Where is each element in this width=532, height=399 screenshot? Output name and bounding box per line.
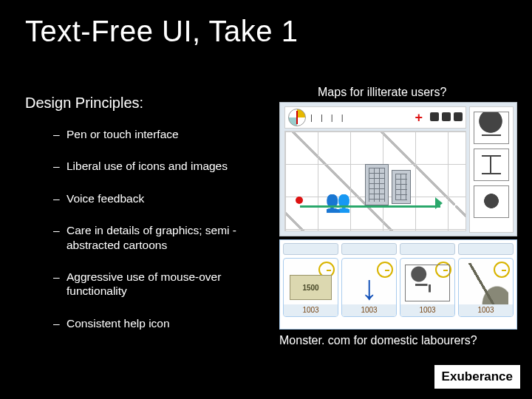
figure-map-ui: | | | | + 👥 (279, 102, 517, 236)
building-icon (365, 164, 389, 205)
grid-cell-broom: 1003 (458, 258, 514, 317)
price-label: 1003 (400, 304, 454, 316)
footer-tag: Exuberance (434, 365, 520, 389)
sidepanel-sketch (474, 185, 509, 218)
grid-body-row: 1003 ↓ 1003 1003 1003 (283, 258, 514, 317)
grid-header-cell (283, 243, 338, 255)
figure-jobs-grid: 1003 ↓ 1003 1003 1003 (279, 239, 517, 330)
sidepanel-sketch (474, 112, 509, 144)
bullet-item: Pen or touch interface (53, 127, 275, 141)
grid-header-cell (341, 243, 397, 255)
bullet-item: Care in details of graphics; semi -abstr… (53, 223, 275, 252)
grid-cell-task: 1003 (400, 258, 455, 317)
clock-icon (377, 262, 393, 278)
subheading: Design Principles: (25, 95, 143, 112)
banknote-icon (290, 275, 332, 300)
down-arrow-icon: ↓ (361, 270, 378, 304)
figure-caption-top: Maps for illiterate users? (318, 86, 446, 99)
map-sidepanel (469, 106, 514, 233)
bullet-item: Consistent help icon (53, 316, 275, 330)
grid-header-cell (458, 243, 514, 255)
toolbar-ticks: | | | | (310, 113, 410, 122)
price-label: 1003 (342, 304, 396, 316)
map-canvas: 👥 (284, 131, 466, 231)
toolbar-endicons (427, 111, 463, 124)
bullet-list: Pen or touch interface Liberal use of ic… (53, 127, 275, 348)
page-title: Text-Free UI, Take 1 (25, 15, 298, 48)
route-arrow-icon (300, 205, 440, 219)
compass-icon (288, 109, 306, 126)
grid-header-cell (400, 243, 455, 255)
map-toolbar: | | | | + (284, 106, 466, 129)
plus-icon: + (415, 111, 423, 124)
bullet-item: Aggressive use of mouse-over functionali… (53, 270, 275, 299)
task-sketch-icon (405, 265, 450, 301)
start-pin-icon (296, 197, 303, 204)
grid-header-row (283, 243, 514, 255)
slide: Text-Free UI, Take 1 Design Principles: … (0, 0, 532, 399)
price-label: 1003 (284, 304, 338, 316)
grid-cell-arrow: ↓ 1003 (341, 258, 397, 317)
bullet-item: Voice feedback (53, 191, 275, 205)
grid-cell-money: 1003 (283, 258, 338, 317)
sidepanel-sketch (474, 149, 509, 181)
bullet-item: Liberal use of icons and images (53, 159, 275, 173)
price-label: 1003 (459, 304, 513, 316)
building-icon (392, 170, 411, 204)
figure-caption-bottom: Monster. com for domestic labourers? (279, 334, 477, 347)
